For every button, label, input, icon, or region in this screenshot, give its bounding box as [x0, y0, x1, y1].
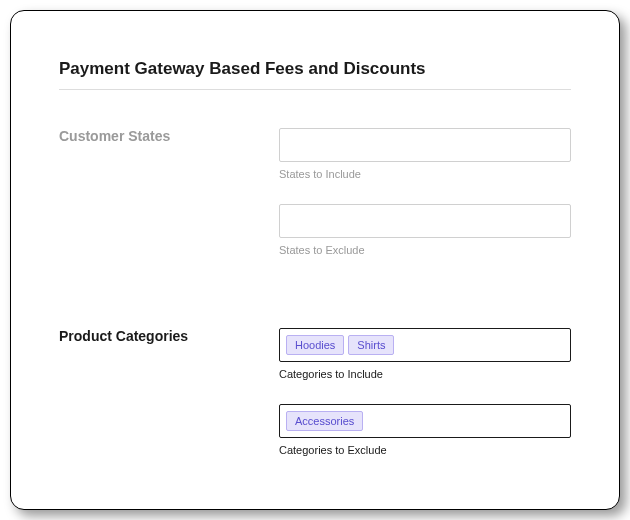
- tag-accessories[interactable]: Accessories: [286, 411, 363, 431]
- product-categories-fields: Hoodies Shirts Categories to Include Acc…: [279, 328, 571, 480]
- product-categories-label-col: Product Categories: [59, 328, 279, 480]
- categories-exclude-input[interactable]: Accessories: [279, 404, 571, 438]
- customer-states-fields: States to Include States to Exclude: [279, 128, 571, 280]
- product-categories-label: Product Categories: [59, 328, 279, 344]
- categories-exclude-group: Accessories Categories to Exclude: [279, 404, 571, 456]
- customer-states-label: Customer States: [59, 128, 279, 144]
- states-include-helper: States to Include: [279, 168, 571, 180]
- states-include-input[interactable]: [279, 128, 571, 162]
- categories-include-group: Hoodies Shirts Categories to Include: [279, 328, 571, 380]
- tag-hoodies[interactable]: Hoodies: [286, 335, 344, 355]
- categories-include-helper: Categories to Include: [279, 368, 571, 380]
- page-title: Payment Gateway Based Fees and Discounts: [59, 59, 571, 90]
- categories-include-input[interactable]: Hoodies Shirts: [279, 328, 571, 362]
- states-exclude-group: States to Exclude: [279, 204, 571, 256]
- states-include-group: States to Include: [279, 128, 571, 180]
- customer-states-row: Customer States States to Include States…: [59, 128, 571, 280]
- customer-states-label-col: Customer States: [59, 128, 279, 280]
- categories-exclude-helper: Categories to Exclude: [279, 444, 571, 456]
- product-categories-row: Product Categories Hoodies Shirts Catego…: [59, 328, 571, 480]
- settings-card: Payment Gateway Based Fees and Discounts…: [10, 10, 620, 510]
- tag-shirts[interactable]: Shirts: [348, 335, 394, 355]
- states-exclude-helper: States to Exclude: [279, 244, 571, 256]
- states-exclude-input[interactable]: [279, 204, 571, 238]
